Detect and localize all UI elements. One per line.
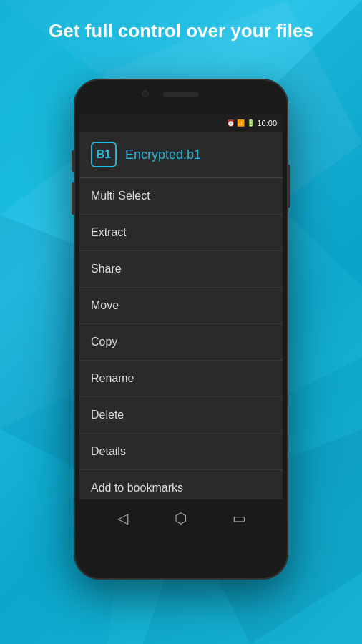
- menu-item-label: Share: [91, 263, 122, 275]
- menu-item-move[interactable]: Move: [79, 288, 283, 324]
- menu-item-multi-select[interactable]: Multi Select: [79, 178, 283, 215]
- page-title: Get full control over your files: [0, 20, 362, 42]
- back-button[interactable]: ◁: [109, 504, 137, 532]
- file-name: Encrypted.b1: [125, 147, 201, 162]
- phone-device: ⏰ 📶 🔋 10:00 B1 Encrypted.b1 Multi Select: [74, 79, 288, 580]
- menu-item-label: Rename: [91, 372, 134, 385]
- menu-header: B1 Encrypted.b1: [79, 132, 283, 178]
- menu-item-rename[interactable]: Rename: [79, 361, 283, 397]
- menu-item-label: Copy: [91, 336, 117, 348]
- status-bar: ⏰ 📶 🔋 10:00: [79, 114, 283, 132]
- status-icons: ⏰ 📶 🔋 10:00: [227, 119, 277, 127]
- phone-power-button: [288, 165, 290, 208]
- menu-item-details[interactable]: Details: [79, 434, 283, 470]
- menu-item-copy[interactable]: Copy: [79, 324, 283, 361]
- navigation-bar: ◁ ⬡ ▭: [79, 499, 283, 537]
- menu-item-label: Extract: [91, 226, 127, 239]
- menu-item-label: Add to bookmarks: [91, 482, 183, 494]
- battery-icon: 🔋: [247, 119, 255, 127]
- status-time: 10:00: [257, 119, 277, 127]
- menu-item-share[interactable]: Share: [79, 251, 283, 288]
- home-button[interactable]: ⬡: [167, 504, 195, 532]
- recents-button[interactable]: ▭: [225, 504, 253, 532]
- phone-volume-up: [72, 150, 74, 172]
- phone-speaker: [163, 92, 199, 97]
- b1-label: B1: [97, 148, 111, 161]
- alarm-icon: ⏰: [227, 119, 235, 127]
- menu-item-label: Move: [91, 299, 119, 312]
- menu-item-label: Delete: [91, 409, 124, 421]
- phone-screen: ⏰ 📶 🔋 10:00 B1 Encrypted.b1 Multi Select: [79, 114, 283, 537]
- b1-file-icon: B1: [91, 142, 117, 167]
- wifi-icon: 📶: [237, 119, 245, 127]
- context-menu: Multi Select Extract Share Move Copy Ren…: [79, 178, 283, 507]
- menu-item-delete[interactable]: Delete: [79, 397, 283, 434]
- menu-item-label: Multi Select: [91, 190, 150, 203]
- phone-camera: [142, 90, 149, 97]
- app-content: B1 Encrypted.b1 Multi Select Extract Sha…: [79, 132, 283, 537]
- menu-item-extract[interactable]: Extract: [79, 215, 283, 251]
- phone-volume-down: [72, 182, 74, 215]
- menu-item-label: Details: [91, 445, 126, 458]
